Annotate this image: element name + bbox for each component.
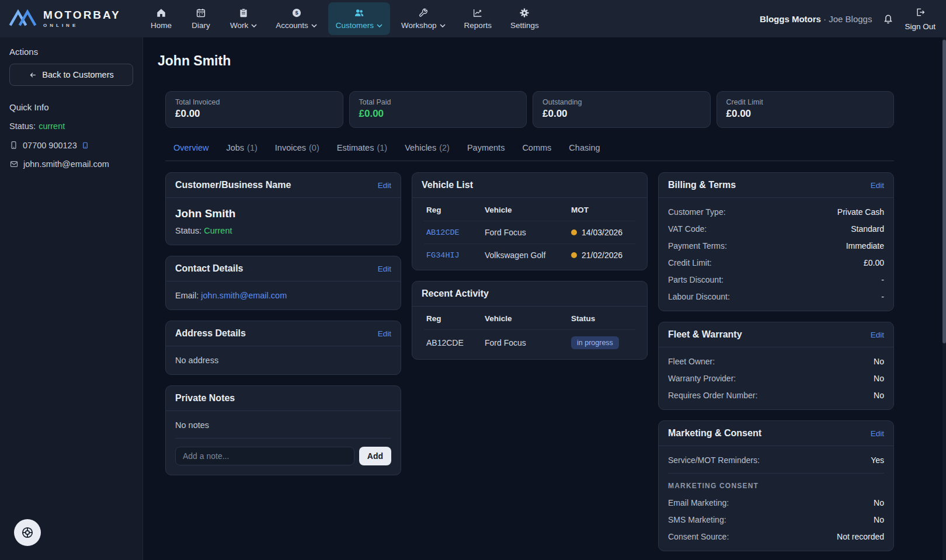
stat-label: Outstanding [542, 98, 701, 106]
edit-billing-link[interactable]: Edit [871, 181, 884, 190]
nav-item-settings[interactable]: Settings [503, 2, 547, 35]
nav-item-work[interactable]: Work [222, 2, 265, 35]
help-button[interactable] [14, 519, 41, 546]
back-arrow-icon [29, 71, 37, 79]
reg-link[interactable]: AB12CDE [426, 228, 460, 237]
quick-info-phone-row: 07700 900123 [9, 140, 133, 150]
stat-value: £0.00 [726, 108, 885, 120]
motorbay-logo-icon [8, 8, 37, 30]
column-header-status: Status [569, 308, 635, 330]
column-header-vehicle: Vehicle [482, 199, 569, 221]
reg-text: AB12CDE [426, 338, 464, 347]
chart-icon [472, 8, 483, 18]
card-title: Vehicle List [422, 180, 473, 190]
vehicle-cell: Ford Focus [482, 221, 569, 244]
top-navbar: MOTORBAY ONLINE Home WorkDiary Work [0, 0, 946, 37]
chevron-down-icon [377, 24, 382, 27]
nav-item-workshop[interactable]: Workshop [394, 2, 453, 35]
stat-label: Total Paid [359, 98, 517, 106]
kv-row: SMS Marketing:No [668, 515, 884, 524]
chevron-down-icon [311, 24, 317, 27]
edit-customer-name-link[interactable]: Edit [378, 181, 391, 190]
address-details-card: Address Details Edit No address [165, 321, 401, 375]
status-value: current [39, 121, 65, 131]
table-row: AB12CDE [424, 221, 482, 244]
sign-out-icon [915, 7, 926, 20]
lifebuoy-icon [20, 526, 34, 540]
column-header-reg: Reg [424, 308, 482, 330]
card-title: Fleet & Warranty [668, 329, 742, 340]
status-label: Status: [9, 121, 36, 131]
kv-row: Consent Source:Not recorded [668, 532, 884, 541]
customer-status-value: Current [204, 226, 232, 235]
phone-number: 07700 900123 [23, 141, 77, 150]
stat-total-invoiced: Total Invoiced £0.00 [165, 91, 343, 128]
call-mobile-icon[interactable] [82, 141, 89, 149]
page-scrollbar-thumb[interactable] [942, 40, 946, 343]
stat-total-paid: Total Paid £0.00 [349, 91, 527, 128]
recent-activity-card: Recent Activity Reg Vehicle Status AB12C… [412, 281, 648, 360]
edit-contact-link[interactable]: Edit [378, 265, 391, 273]
add-note-row: Add [175, 447, 391, 465]
back-to-customers-button[interactable]: Back to Customers [9, 64, 133, 86]
stat-credit-limit: Credit Limit £0.00 [717, 91, 895, 128]
overview-columns: Customer/Business Name Edit John Smith S… [165, 172, 894, 551]
nav-item-diary[interactable]: WorkDiary [183, 2, 219, 35]
nav-label: Workshop [401, 21, 446, 30]
nav-item-reports[interactable]: Reports [457, 2, 499, 35]
tab-jobs[interactable]: Jobs(1) [226, 143, 257, 152]
column-header-vehicle: Vehicle [482, 308, 569, 330]
vehicle-table: Reg Vehicle MOT AB12CDE Ford Focus 14/03… [422, 199, 638, 266]
svg-text:$: $ [295, 10, 298, 16]
brand-text: MOTORBAY ONLINE [43, 9, 121, 28]
tab-invoices[interactable]: Invoices(0) [275, 143, 319, 152]
recent-activity-table: Reg Vehicle Status AB12CDE Ford Focus in… [422, 308, 638, 356]
customer-name: John Smith [175, 207, 391, 220]
vehicle-cell: Ford Focus [482, 330, 569, 356]
wrench-icon [418, 8, 429, 18]
notifications-bell-icon[interactable] [882, 13, 894, 25]
tab-vehicles[interactable]: Vehicles(2) [405, 143, 450, 152]
nav-label: Home [151, 21, 172, 30]
card-title: Billing & Terms [668, 180, 736, 190]
sign-out-label: Sign Out [905, 22, 935, 31]
envelope-icon [9, 160, 19, 168]
kv-row: Warranty Provider:No [668, 374, 884, 383]
nav-item-home[interactable]: Home [143, 2, 179, 35]
add-note-input[interactable] [175, 447, 354, 465]
nav-item-customers[interactable]: Customers [328, 2, 390, 35]
mobile-phone-icon [9, 140, 18, 150]
sign-out-button[interactable]: Sign Out [905, 7, 935, 31]
section-divider [668, 473, 884, 474]
column-header-mot: MOT [569, 199, 635, 221]
quick-info-heading: Quick Info [9, 102, 133, 112]
tab-overview[interactable]: Overview [173, 143, 208, 152]
contact-email-line: Email: john.smith@email.com [175, 291, 391, 300]
mot-cell: 14/03/2026 [569, 221, 635, 244]
reg-link[interactable]: FG34HIJ [426, 251, 460, 260]
vehicle-list-card: Vehicle List Reg Vehicle MOT AB12CDE For… [412, 172, 648, 270]
page-scrollbar-track [942, 37, 946, 560]
kv-row: Labour Discount:- [668, 292, 884, 301]
edit-address-link[interactable]: Edit [378, 329, 391, 338]
kv-row: VAT Code:Standard [668, 224, 884, 234]
business-name: Bloggs Motors [760, 14, 821, 24]
notes-divider [175, 438, 391, 439]
edit-fleet-link[interactable]: Edit [871, 331, 884, 339]
card-title: Address Details [175, 328, 246, 339]
quick-info-section: Quick Info Status: current 07700 900123 … [9, 102, 133, 169]
page-title: John Smith [158, 53, 946, 69]
add-note-button[interactable]: Add [359, 447, 391, 465]
nav-item-accounts[interactable]: $ Accounts [268, 2, 325, 35]
kv-row: Payment Terms:Immediate [668, 241, 884, 251]
tab-comms[interactable]: Comms [522, 143, 551, 152]
nav-label: WorkDiary [192, 21, 210, 30]
edit-marketing-link[interactable]: Edit [871, 429, 884, 438]
marketing-consent-card: Marketing & Consent Edit Service/MOT Rem… [658, 420, 894, 551]
tab-payments[interactable]: Payments [467, 143, 505, 152]
dollar-circle-icon: $ [291, 8, 302, 18]
tab-chasing[interactable]: Chasing [569, 143, 600, 152]
tab-estimates[interactable]: Estimates(1) [337, 143, 387, 152]
kv-row: Customer Type:Private Cash [668, 207, 884, 217]
contact-email-link[interactable]: john.smith@email.com [201, 291, 287, 300]
